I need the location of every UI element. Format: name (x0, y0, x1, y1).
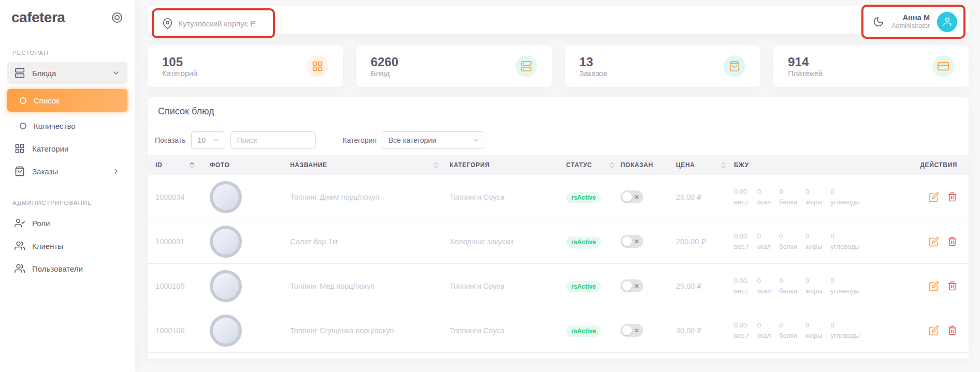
sidebar-section-restaurant: РЕСТОРАН (12, 50, 135, 56)
toggle-x-icon: ✕ (634, 239, 639, 245)
moon-icon[interactable] (873, 16, 884, 27)
shopping-bag-icon (15, 166, 25, 176)
row-actions (906, 236, 969, 247)
dishes-icon (515, 55, 537, 77)
dish-category: Топпинги Соуса (450, 282, 566, 290)
edit-button[interactable] (929, 192, 939, 202)
plate-placeholder-image (210, 315, 242, 347)
sidebar-item-users[interactable]: Пользователи (7, 258, 127, 279)
sidebar-pin-icon[interactable] (112, 12, 122, 23)
column-header-id[interactable]: ID (148, 161, 210, 169)
dish-shown: ✕ (621, 324, 676, 337)
dish-status: rsActive (566, 326, 621, 335)
column-header-bju: БЖУ (734, 161, 906, 169)
dish-price: 25.00 ₽ (676, 282, 734, 290)
table-filters: Показать 10 Категория Все категории (148, 125, 969, 155)
table-row: 1000105 Топпинг Мед порц/покуп Топпинги … (148, 264, 969, 308)
sidebar-item-dishes[interactable]: Блюда (7, 62, 127, 84)
shown-toggle[interactable]: ✕ (621, 324, 643, 337)
user-role: Administrator (891, 22, 930, 31)
grid-icon (15, 143, 25, 154)
column-header-category: КАТЕГОРИЯ (450, 161, 566, 169)
sidebar: cafetera РЕСТОРАН Блюда Список Количеств… (0, 0, 135, 372)
column-header-name[interactable]: НАЗВАНИЕ (290, 161, 450, 169)
sidebar-item-clients[interactable]: Клиенты (7, 235, 127, 257)
column-header-price[interactable]: ЦЕНА (676, 161, 734, 169)
category-value: Все категории (388, 136, 436, 144)
row-actions (906, 281, 969, 291)
dish-photo (210, 315, 290, 347)
sidebar-item-roles[interactable]: Роли (7, 212, 127, 234)
bju-item: 0.00вес,г (734, 320, 749, 340)
dish-shown: ✕ (621, 279, 676, 292)
location-selector[interactable]: Кутузовский корпус Е (178, 19, 255, 28)
status-badge: rsActive (566, 325, 601, 337)
delete-button[interactable] (947, 325, 957, 335)
sidebar-item-label: Блюда (32, 69, 56, 78)
avatar[interactable] (937, 12, 957, 32)
sidebar-item-label: Список (34, 96, 60, 105)
stat-label: Категорий (162, 69, 197, 78)
dish-status: rsActive (566, 193, 621, 201)
bju-item: 0.00вес,г (734, 276, 749, 296)
bju-item: 0жиры (805, 187, 823, 207)
delete-button[interactable] (947, 281, 957, 291)
delete-button[interactable] (947, 236, 957, 246)
bju-item: 0ккал (757, 320, 771, 340)
status-badge: rsActive (566, 281, 601, 292)
toggle-knob (622, 281, 632, 291)
bju-item: 0углеводы (831, 320, 860, 340)
stat-label: Платежей (788, 69, 823, 78)
user-menu[interactable]: Анна М Administrator (891, 13, 930, 31)
search-input[interactable] (230, 131, 316, 149)
sidebar-item-quantity[interactable]: Количество (7, 115, 127, 137)
shown-toggle[interactable]: ✕ (621, 235, 643, 248)
sidebar-item-label: Клиенты (32, 242, 63, 250)
bju-item: 0белки (779, 276, 797, 296)
bju-item: 0жиры (805, 276, 823, 296)
edit-button[interactable] (929, 325, 939, 336)
edit-button[interactable] (929, 281, 939, 291)
toggle-x-icon: ✕ (634, 328, 639, 334)
panel-title: Список блюд (148, 97, 969, 125)
stat-card-categories: 105 Категорий (148, 46, 343, 87)
column-header-status[interactable]: СТАТУС (566, 161, 621, 169)
sidebar-item-label: Пользователи (32, 264, 83, 273)
bju-item: 0белки (779, 231, 797, 251)
table-body: 1000034 Топпинг Джем порц/покуп Топпинги… (148, 175, 969, 353)
shown-toggle[interactable]: ✕ (621, 190, 643, 203)
stat-card-payments: 914 Платежей (773, 46, 969, 87)
dish-category: Холодные закуски (450, 237, 566, 246)
map-pin-icon (162, 18, 173, 29)
bju-item: 0углеводы (831, 187, 860, 207)
stat-label: Заказов (580, 69, 608, 78)
dish-photo (210, 181, 290, 213)
stat-card-dishes: 6260 Блюд (356, 46, 552, 87)
sidebar-item-label: Заказы (32, 167, 58, 176)
delete-button[interactable] (947, 192, 957, 202)
category-select[interactable]: Все категории (382, 131, 485, 149)
main-content: Кутузовский корпус Е Анна М Administrato… (135, 0, 980, 372)
users-icon (15, 263, 25, 274)
table-row: 1000034 Топпинг Джем порц/покуп Топпинги… (148, 175, 969, 219)
sidebar-item-categories[interactable]: Категории (7, 138, 127, 159)
stat-value: 914 (788, 55, 823, 69)
dish-id: 1000034 (148, 193, 210, 201)
dish-category: Топпинги Соуса (450, 193, 566, 201)
sidebar-section-admin: АДМИНИСТРИРОВАНИЕ (12, 200, 135, 206)
bju-cell: 0.00вес,г0ккал0белки0жиры0углеводы (734, 320, 906, 340)
sidebar-item-orders[interactable]: Заказы (7, 160, 127, 182)
bju-item: 0.00вес,г (734, 231, 749, 251)
column-header-photo: ФОТО (210, 161, 290, 169)
edit-button[interactable] (929, 236, 939, 247)
sidebar-item-list[interactable]: Список (7, 89, 127, 112)
stat-label: Блюд (371, 69, 398, 78)
page-size-select[interactable]: 10 (191, 131, 225, 149)
plate-placeholder-image (210, 270, 242, 302)
bju-item: 0углеводы (831, 276, 860, 296)
status-badge: rsActive (566, 192, 601, 203)
dish-id: 1000105 (148, 282, 210, 290)
dish-shown: ✕ (621, 235, 676, 248)
shown-toggle[interactable]: ✕ (621, 279, 643, 292)
radio-circle-icon (20, 123, 26, 129)
